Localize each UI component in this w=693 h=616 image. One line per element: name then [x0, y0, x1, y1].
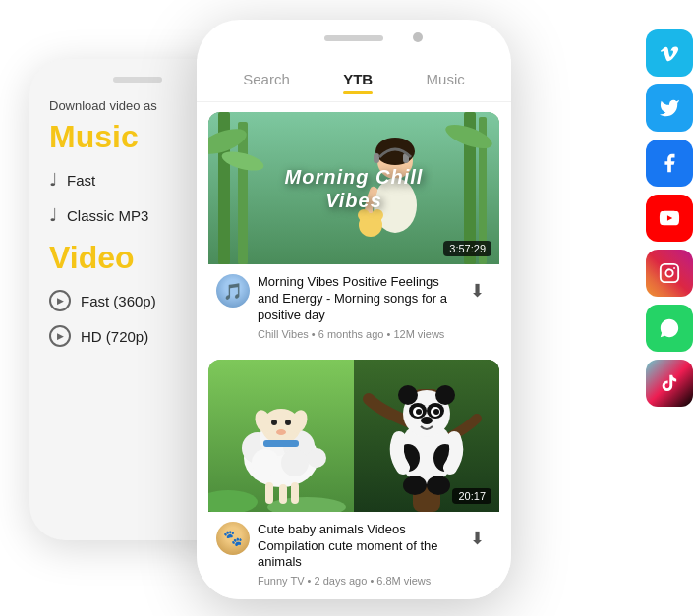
svg-point-12 — [375, 138, 415, 165]
tab-bar: Search YTB Music — [197, 59, 511, 102]
front-phone-speaker — [324, 35, 383, 41]
video-thumbnail-2[interactable]: 20:17 — [208, 360, 499, 512]
download-btn-1[interactable]: ⬇ — [462, 276, 491, 306]
avatar-img-1: 🎵 — [216, 274, 250, 308]
video-title-1: Morning Vibes Positive Feelings and Ener… — [258, 274, 454, 324]
svg-rect-36 — [291, 482, 299, 504]
svg-point-49 — [416, 409, 422, 415]
video-time-1: 6 months ago — [318, 328, 384, 340]
video-meta-2: Funny TV • 2 days ago • 6.8M views — [258, 575, 454, 587]
separator-1: • — [312, 328, 318, 340]
video-play-icon-360: ▶ — [49, 290, 71, 311]
svg-rect-13 — [374, 153, 379, 163]
phone-screen: Search YTB Music — [197, 59, 511, 599]
channel-avatar-2: 🐾 — [216, 522, 250, 555]
video-1-duration: 3:57:29 — [443, 241, 491, 256]
video-info-1: 🎵 Morning Vibes Positive Feelings and En… — [208, 264, 499, 350]
youtube-icon[interactable] — [646, 195, 693, 242]
music-note-icon-2: ♩ — [49, 204, 57, 226]
front-phone: Search YTB Music — [197, 20, 511, 599]
svg-point-55 — [427, 476, 450, 495]
avatar-img-2: 🐾 — [216, 522, 250, 555]
tiktok-icon[interactable] — [646, 360, 693, 407]
svg-rect-35 — [279, 484, 287, 504]
back-phone-speaker — [113, 77, 162, 83]
video-2-duration: 20:17 — [452, 488, 491, 504]
video-card-2: 20:17 🐾 Cute baby animals Videos Compila… — [208, 360, 499, 597]
format-fast-label: Fast — [67, 172, 95, 189]
svg-point-31 — [271, 420, 277, 425]
format-classic-label: Classic MP3 — [67, 207, 148, 224]
video-card-1: Morning Chill Vibes 3:57:29 🎵 Morning Vi… — [208, 112, 499, 350]
svg-rect-37 — [263, 440, 299, 447]
vimeo-icon[interactable] — [646, 29, 693, 77]
video-views-2: 6.8M views — [376, 575, 431, 587]
svg-point-26 — [252, 449, 279, 476]
thumb-left — [208, 360, 354, 512]
video-play-icon-720: ▶ — [49, 325, 71, 347]
video-views-1: 12M views — [393, 328, 444, 340]
svg-point-33 — [276, 429, 286, 435]
video-title-2: Cute baby animals Videos Compilation cut… — [258, 522, 454, 572]
video-format-360-label: Fast (360p) — [81, 293, 156, 309]
download-btn-2[interactable]: ⬇ — [462, 524, 491, 553]
channel-avatar-1: 🎵 — [216, 274, 250, 308]
svg-point-44 — [435, 385, 455, 405]
video-meta-1: Chill Vibes • 6 months ago • 12M views — [258, 328, 454, 340]
svg-point-32 — [285, 420, 291, 425]
svg-point-54 — [403, 476, 427, 495]
video-text-1: Morning Vibes Positive Feelings and Ener… — [258, 274, 454, 340]
svg-rect-1 — [661, 264, 678, 282]
instagram-icon[interactable] — [646, 250, 693, 297]
svg-point-27 — [281, 449, 309, 476]
svg-point-38 — [307, 448, 326, 468]
music-note-icon: ♩ — [49, 169, 57, 191]
svg-point-43 — [398, 385, 418, 405]
channel-name-2: Funny TV — [258, 575, 305, 587]
tab-ytb[interactable]: YTB — [343, 71, 373, 93]
front-phone-camera — [413, 32, 423, 42]
svg-point-51 — [421, 417, 433, 424]
download-arrow-icon-2: ⬇ — [470, 528, 485, 549]
whatsapp-icon[interactable] — [646, 305, 693, 352]
download-arrow-icon-1: ⬇ — [470, 280, 485, 302]
video-format-720-label: HD (720p) — [81, 328, 148, 345]
tab-search[interactable]: Search — [243, 71, 290, 93]
social-bar — [646, 29, 693, 407]
tab-music[interactable]: Music — [427, 71, 465, 93]
facebook-icon[interactable] — [646, 140, 693, 187]
video-text-2: Cute baby animals Videos Compilation cut… — [258, 522, 454, 588]
video-info-2: 🐾 Cute baby animals Videos Compilation c… — [208, 512, 499, 597]
channel-name-1: Chill Vibes — [258, 328, 309, 340]
thumb-overlay-text: Morning Chill Vibes — [265, 165, 442, 212]
video-time-2: 2 days ago — [314, 575, 367, 587]
svg-point-50 — [433, 409, 439, 415]
twitter-icon[interactable] — [646, 84, 693, 132]
video-thumbnail-1[interactable]: Morning Chill Vibes 3:57:29 — [208, 112, 499, 264]
svg-rect-34 — [265, 482, 273, 504]
